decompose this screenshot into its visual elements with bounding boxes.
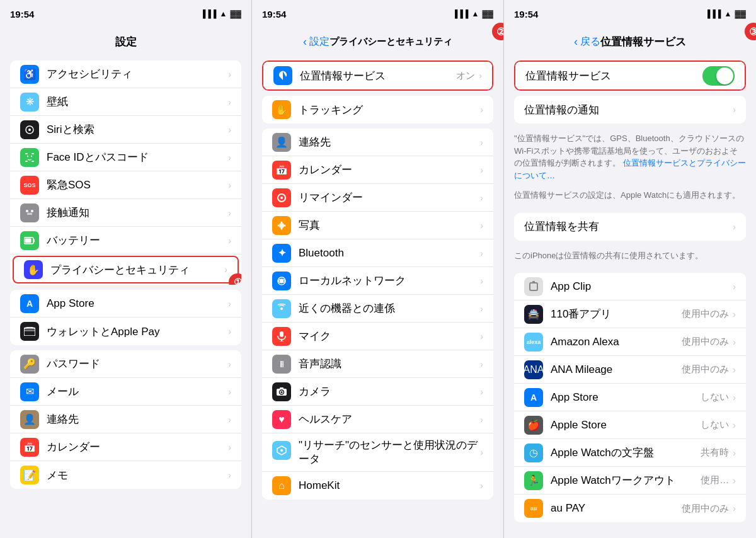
location-toggle[interactable]	[702, 66, 735, 86]
wallet-item[interactable]: ウォレットとApple Pay ›	[10, 318, 241, 345]
time-3: 19:54	[514, 9, 538, 20]
ana-item[interactable]: ANA ANA Mileage 使用中のみ ›	[514, 356, 746, 384]
sos-item[interactable]: SOS 緊急SOS ›	[10, 171, 241, 199]
location-services-item[interactable]: 位置情報サービス オン ›	[263, 62, 492, 89]
health-item[interactable]: ♥ ヘルスケア ›	[262, 406, 493, 433]
appclip-item[interactable]: App Clip ›	[514, 273, 746, 300]
applestore-item[interactable]: 🍎 Apple Store しない ›	[514, 411, 746, 439]
svg-rect-14	[24, 329, 35, 331]
applewatch-workout-value: 使用…	[701, 474, 729, 486]
wallet-label: ウォレットとApple Pay	[47, 324, 228, 339]
reminders-item[interactable]: リマインダー ›	[262, 184, 493, 212]
back-button-3[interactable]: ‹ 戻る	[574, 35, 600, 49]
aupay-item[interactable]: au au PAY 使用中のみ ›	[514, 495, 746, 522]
calendar-perm-icon: 📅	[272, 161, 291, 180]
micro-item[interactable]: マイク ›	[262, 323, 493, 350]
svg-point-24	[280, 307, 283, 310]
nav-bar-1: 設定	[0, 28, 251, 55]
chevron-icon: ›	[228, 470, 231, 480]
calendar-perm-item[interactable]: 📅 カレンダー ›	[262, 156, 493, 184]
privacy-icon: ✋	[24, 260, 43, 279]
alexa-item[interactable]: alexa Amazon Alexa 使用中のみ ›	[514, 328, 746, 356]
app-110-item[interactable]: 🚔 110番アプリ 使用中のみ ›	[514, 300, 746, 328]
notes-item[interactable]: 📝 メモ ›	[10, 461, 241, 489]
badge-2: ②	[492, 23, 504, 40]
speech-item[interactable]: ||| 音声認識 ›	[262, 350, 493, 378]
chevron-icon: ›	[733, 420, 736, 430]
siri-item[interactable]: Siriと検索 ›	[10, 116, 241, 144]
contact-tracing-item[interactable]: 接触通知 ›	[10, 199, 241, 227]
svg-point-9	[31, 210, 33, 212]
chevron-icon: ›	[733, 309, 736, 319]
alexa-value: 使用中のみ	[682, 336, 729, 348]
homekit-item[interactable]: ⌂ HomeKit ›	[262, 472, 493, 500]
applewatch-face-icon: ◷	[524, 444, 543, 462]
back-label-3: 戻る	[580, 35, 600, 49]
contacts-perm-item[interactable]: 👤 連絡先 ›	[262, 129, 493, 156]
appstore2-item[interactable]: A App Store しない ›	[514, 384, 746, 411]
time-2: 19:54	[262, 9, 286, 20]
back-button-2[interactable]: ‹ 設定	[303, 35, 329, 49]
status-icons-3: ▐▐▐ ▲ ▓▓	[705, 9, 746, 18]
applewatch-workout-item[interactable]: 🏃 Apple Watchワークアウト 使用… ›	[514, 467, 746, 495]
mail-icon: ✉	[20, 382, 39, 401]
calendar-label: カレンダー	[47, 440, 228, 454]
location-toggle-item[interactable]: 位置情報サービス	[515, 62, 745, 89]
svg-point-20	[278, 224, 280, 226]
mail-item[interactable]: ✉ メール ›	[10, 378, 241, 406]
faceid-item[interactable]: Face IDとパスコード ›	[10, 144, 241, 171]
bluetooth-label: Bluetooth	[299, 247, 480, 260]
svg-rect-12	[25, 238, 32, 243]
applewatch-workout-label: Apple Watchワークアウト	[551, 473, 701, 488]
ana-label: ANA Mileage	[551, 363, 682, 376]
nearby-item[interactable]: 近くの機器との連係 ›	[262, 295, 493, 323]
battery-icon: ▓▓	[735, 9, 747, 18]
section-location: 位置情報サービス オン ›	[262, 60, 493, 91]
contacts-item[interactable]: 👤 連絡先 ›	[10, 406, 241, 433]
chevron-icon: ›	[733, 503, 736, 513]
speech-icon: |||	[272, 355, 291, 374]
localnet-item[interactable]: ローカルネットワーク ›	[262, 267, 493, 295]
camera-item[interactable]: カメラ ›	[262, 378, 493, 406]
chevron-icon: ›	[733, 282, 736, 292]
contact-tracing-icon	[20, 203, 39, 222]
password-label: パスワード	[47, 357, 228, 371]
svg-rect-31	[280, 387, 284, 389]
photos-item[interactable]: 写真 ›	[262, 212, 493, 239]
svg-point-19	[281, 227, 283, 229]
privacy-item[interactable]: ✋ プライバシーとセキュリティ › ①	[13, 256, 239, 283]
health-icon: ♥	[272, 410, 291, 429]
chevron-icon: ›	[224, 265, 227, 275]
chevron-icon: ›	[479, 71, 482, 81]
appstore-item[interactable]: A App Store ›	[10, 290, 241, 318]
accessibility-icon: ♿	[20, 65, 39, 84]
contacts-label: 連絡先	[47, 412, 228, 426]
calendar-item[interactable]: 📅 カレンダー ›	[10, 433, 241, 461]
settings-list: ♿ アクセシビリティ › ❋ 壁紙 › Siriと検索 › Face I	[0, 55, 251, 538]
bluetooth-item[interactable]: ✦ Bluetooth ›	[262, 239, 493, 267]
chevron-icon: ›	[480, 220, 483, 231]
app-110-value: 使用中のみ	[682, 308, 729, 320]
applestore-value: しない	[701, 419, 729, 431]
share-item[interactable]: 位置情報を共有 ›	[514, 213, 746, 241]
time-1: 19:54	[10, 9, 34, 20]
research-item[interactable]: "リサーチ"のセンサーと使用状況のデータ ›	[262, 433, 493, 472]
password-icon: 🔑	[20, 355, 39, 374]
chevron-icon: ›	[480, 165, 483, 175]
share-desc: このiPhoneは位置情報の共有に使用されています。	[504, 246, 756, 268]
wallpaper-label: 壁紙	[47, 94, 228, 109]
chevron-icon: ›	[480, 193, 483, 203]
password-item[interactable]: 🔑 パスワード ›	[10, 350, 241, 378]
chevron-icon: ›	[480, 331, 483, 341]
aupay-value: 使用中のみ	[682, 503, 729, 515]
siri-icon	[20, 120, 39, 139]
applewatch-face-item[interactable]: ◷ Apple Watchの文字盤 共有時 ›	[514, 439, 746, 467]
wallpaper-item[interactable]: ❋ 壁紙 ›	[10, 88, 241, 116]
chevron-icon: ›	[480, 276, 483, 286]
battery-item[interactable]: バッテリー ›	[10, 227, 241, 255]
applestore-label: Apple Store	[551, 419, 701, 432]
tracking-item[interactable]: ✋ トラッキング ›	[262, 96, 493, 123]
back-chevron-3: ‹	[574, 35, 578, 49]
accessibility-item[interactable]: ♿ アクセシビリティ ›	[10, 60, 241, 88]
location-notify-item[interactable]: 位置情報の通知 ›	[514, 96, 746, 123]
